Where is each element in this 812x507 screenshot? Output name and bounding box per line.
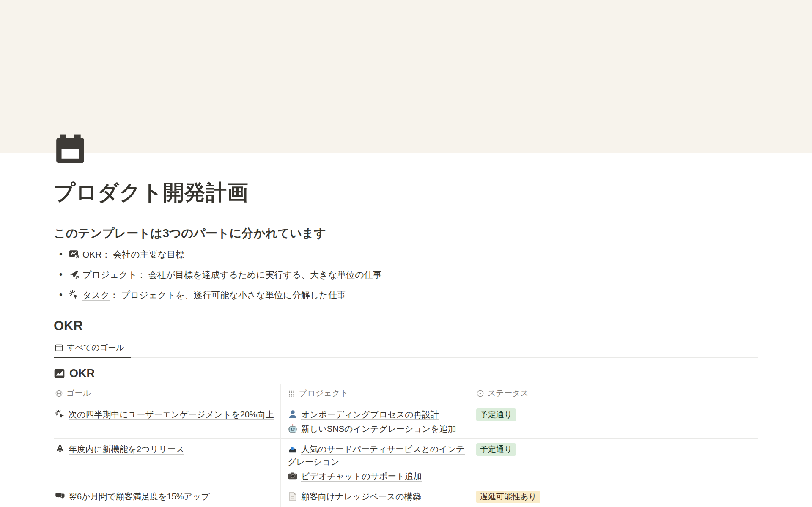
projects-cell: オンボーディングプロセスの再設計 [281, 404, 469, 439]
target-icon [55, 389, 63, 397]
okr-section-heading: OKR [54, 318, 758, 334]
okr-page-link[interactable]: OKR [82, 249, 102, 260]
status-cell: 予定通り [469, 439, 758, 486]
page-cover [0, 0, 812, 153]
projects-cell: 顧客向けナレッジベースの構築 [281, 486, 469, 507]
airplane-departure-link-icon [69, 269, 80, 280]
person-icon [288, 409, 298, 419]
spark-click-link-icon [69, 290, 80, 300]
bullet-text: ： プロジェクトを、遂行可能な小さな単位に分解した仕事 [110, 290, 346, 300]
list-item: プロジェクト： 会社が目標を達成するために実行する、大きな単位の仕事 [54, 268, 758, 282]
list-item: タスク： プロジェクトを、遂行可能な小さな単位に分解した仕事 [54, 288, 758, 302]
chart-box-icon [54, 368, 65, 379]
bullet-text: ： 会社の主要な目標 [102, 249, 185, 259]
goal-cell: 次の四半期中にユーザーエンゲージメントを20%向上 [54, 404, 281, 439]
goal-link[interactable]: 翌6か月間で顧客満足度を15%アップ [55, 492, 210, 501]
project-link[interactable]: ビデオチャットのサポート追加 [288, 471, 422, 481]
projects-cell: 人気のサードパーティサービスとのインテグレーション ビデオチャットのサポート追加 [281, 439, 469, 486]
status-badge[interactable]: 遅延可能性あり [476, 491, 540, 503]
list-item: OKR： 会社の主要な目標 [54, 247, 758, 262]
table-view-icon [55, 343, 63, 352]
tab-label: すべてのゴール [67, 342, 124, 353]
column-header-project-button[interactable]: プロジェクト [288, 387, 348, 400]
project-item: 顧客向けナレッジベースの構築 [288, 490, 465, 503]
project-item: オンボーディングプロセスの再設計 [288, 408, 465, 421]
table-row: 年度内に新機能を2つリリース 人気のサードパーティサービスとのインテグレーション [54, 439, 758, 486]
database-title: OKR [54, 367, 758, 380]
column-header-label: プロジェクト [299, 387, 348, 400]
column-header-label: ステータス [488, 387, 529, 400]
status-badge[interactable]: 予定通り [476, 443, 516, 456]
project-item: 新しいSNSのインテグレーションを追加 [288, 422, 465, 435]
intro-heading: このテンプレートは3つのパートに分かれています [54, 226, 758, 241]
table-header-row: ゴール プロジェクト [54, 384, 758, 404]
table-row: 次の四半期中にユーザーエンゲージメントを20%向上 オンボーディングプロセスの再… [54, 404, 758, 439]
project-link[interactable]: 顧客向けナレッジベースの構築 [288, 492, 421, 501]
column-header-goal: ゴール [54, 384, 281, 404]
goal-link[interactable]: 年度内に新機能を2つリリース [55, 444, 184, 454]
column-header-status: ステータス [469, 384, 758, 404]
status-badge[interactable]: 予定通り [476, 408, 516, 421]
robot-icon [288, 424, 298, 434]
goal-cell: 年度内に新機能を2つリリース [54, 439, 281, 486]
speech-bubbles-icon [55, 491, 65, 502]
spark-click-icon [55, 409, 65, 419]
relation-grid-icon [288, 389, 296, 397]
bullet-text: ： 会社が目標を達成するために実行する、大きな単位の仕事 [137, 270, 382, 280]
intro-bullet-list: OKR： 会社の主要な目標 プロジェクト： 会社が目標を達成するために実行する、… [54, 247, 758, 302]
status-icon [476, 389, 484, 397]
page-icon [288, 491, 298, 502]
project-link[interactable]: 新しいSNSのインテグレーションを追加 [288, 424, 456, 433]
goal-link[interactable]: 次の四半期中にユーザーエンゲージメントを20%向上 [55, 410, 274, 419]
calendar-icon[interactable] [54, 133, 87, 166]
goal-cell: 翌6か月間で顧客満足度を15%アップ [54, 486, 281, 507]
project-page-link[interactable]: プロジェクト [82, 270, 137, 280]
okr-table: ゴール プロジェクト [54, 384, 758, 507]
project-item: ビデオチャットのサポート追加 [288, 470, 465, 482]
project-link[interactable]: オンボーディングプロセスの再設計 [288, 410, 439, 419]
trackball-icon [288, 444, 298, 454]
status-cell: 遅延可能性あり [469, 486, 758, 507]
status-cell: 予定通り [469, 404, 758, 439]
database-title-text: OKR [69, 367, 95, 380]
view-tabbar: すべてのゴール [54, 340, 758, 358]
page-content: プロダクト開発計画 このテンプレートは3つのパートに分かれています OKR： 会… [0, 133, 812, 507]
chart-increasing-link-icon [69, 249, 80, 260]
project-item: 人気のサードパーティサービスとのインテグレーション [288, 443, 465, 468]
tab-all-goals[interactable]: すべてのゴール [54, 340, 131, 358]
column-header-goal-button[interactable]: ゴール [55, 387, 91, 400]
column-header-project: プロジェクト [281, 384, 469, 404]
camera-icon [288, 471, 298, 481]
page-title: プロダクト開発計画 [54, 180, 758, 205]
task-page-link[interactable]: タスク [82, 290, 110, 301]
column-header-label: ゴール [66, 387, 91, 400]
rocket-icon [55, 444, 65, 454]
column-header-status-button[interactable]: ステータス [476, 387, 529, 400]
project-link[interactable]: 人気のサードパーティサービスとのインテグレーション [288, 444, 465, 466]
table-row: 翌6か月間で顧客満足度を15%アップ 顧客向けナレッジベースの構築 遅延可能性あ… [54, 486, 758, 507]
